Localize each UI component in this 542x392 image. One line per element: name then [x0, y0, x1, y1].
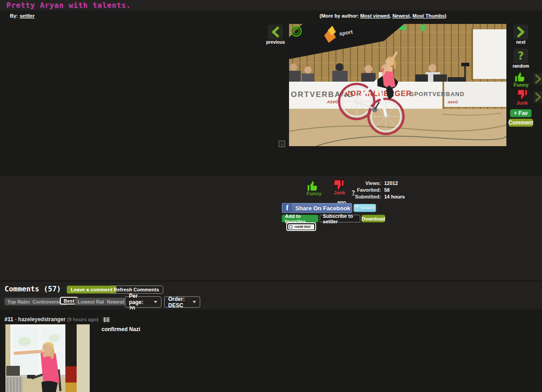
chevron-right-icon [534, 92, 542, 101]
comment-text: confirmed Nazi [101, 326, 140, 332]
twitter-button-label: SHARE [361, 206, 376, 210]
share-facebook-button[interactable]: f Share On Facebook [282, 203, 352, 213]
random-label: random [510, 64, 531, 69]
order-label: Order: DESC [168, 296, 189, 309]
views-row: Views:12012 [337, 180, 405, 187]
comment-meta: #11 - hazeleyedstranger (9 hours ago) [-… [5, 316, 110, 323]
more-by-most-thumbs[interactable]: Most Thumbs [413, 13, 445, 18]
random-button[interactable]: ? [514, 49, 528, 63]
order-dropdown[interactable]: Order: DESC [164, 296, 200, 308]
submitted-label: Submitted: [337, 194, 381, 199]
junk-vote-label[interactable]: Junk [516, 100, 528, 106]
funny-expand-chevron[interactable] [533, 73, 542, 85]
twitter-icon: t [355, 205, 358, 211]
comments-header-section: Comments (57) : Leave a comment Refresh … [0, 281, 542, 309]
reddit-icon [289, 225, 293, 229]
funny-vote-label[interactable]: Funny [514, 82, 528, 88]
views-label: Views: [337, 180, 381, 186]
watermark-logo [291, 26, 301, 36]
question-mark-icon: ? [518, 50, 524, 62]
reddit-share-button[interactable]: reddit this! [286, 222, 316, 231]
page-title: Pretty Aryan with talents. [6, 1, 131, 9]
comment-time: (9 hours ago) [67, 317, 99, 322]
previous-label: previous [265, 40, 286, 45]
per-page-label: Per page: 20 [129, 293, 151, 312]
comment-author[interactable]: hazeleyedstranger [18, 316, 65, 323]
subscribe-button[interactable]: Subscribe to settler [320, 215, 360, 222]
comment-list-section: #11 - hazeleyedstranger (9 hours ago) [-… [0, 309, 542, 392]
previous-button[interactable] [268, 25, 283, 39]
photo-banner-left: ORTVERBAND [291, 90, 354, 99]
comment-dash: - [15, 316, 17, 323]
thumbs-up-icon[interactable] [307, 180, 320, 192]
thumbs-down-icon[interactable] [514, 89, 528, 101]
photo-banner-center: VORARLBERGER [345, 90, 412, 97]
views-value: 12012 [384, 180, 398, 186]
main-media-image[interactable]: sport ORTVERBAND VORARLBERGER SPORTVERBA… [289, 24, 506, 146]
leave-comment-button[interactable]: Leave a comment [67, 286, 116, 294]
share-twitter-button[interactable]: t SHARE [354, 204, 376, 212]
favorited-label: Favorited: [337, 187, 381, 193]
next-button[interactable] [514, 25, 528, 39]
reddit-inner: reddit this! [288, 224, 314, 230]
chevron-left-icon [270, 27, 281, 37]
author-link[interactable]: settler [20, 13, 35, 18]
more-by-most-viewed[interactable]: Most viewed [360, 13, 390, 18]
per-page-dropdown[interactable]: Per page: 20 [125, 296, 161, 308]
funny-vote-label[interactable]: Funny [307, 191, 322, 196]
photo-banner-right: SPORTVERBAND [410, 91, 464, 97]
reddit-button-label: reddit this! [294, 225, 311, 228]
favorited-row: Favorited:58 [337, 187, 405, 194]
stats-section: +298 Funny Junk ? Views:12012 Favorited:… [0, 176, 542, 281]
more-by-author: (More by author: Most viewed, Newest, Mo… [320, 13, 446, 18]
favorited-value: 58 [384, 187, 390, 193]
download-button[interactable]: Download [362, 215, 385, 222]
more-by-newest[interactable]: Newest [392, 13, 410, 18]
filter-newest[interactable]: Newest [104, 298, 127, 305]
submitted-row: Submitted:14 hours ago [337, 194, 405, 201]
fav-button[interactable]: + Fav [510, 109, 532, 117]
comment-number: #11 [5, 316, 13, 323]
photo-logo-right: ASVÖ [447, 100, 458, 104]
more-by-suffix: ) [445, 13, 446, 18]
title-bar: Pretty Aryan with talents. [0, 0, 542, 10]
junk-expand-chevron[interactable] [533, 91, 542, 103]
expand-image-icon[interactable]: ↓ [279, 141, 285, 147]
comment-button[interactable]: Comment [509, 119, 533, 127]
caret-down-icon [154, 301, 157, 303]
down-arrow-glyph: ↓ [281, 142, 283, 146]
comments-heading: Comments (57) : [5, 285, 70, 293]
more-by-prefix: (More by author: [320, 13, 360, 18]
facebook-icon: f [283, 203, 292, 212]
comment-collapse-button[interactable]: [-] [103, 317, 110, 322]
byline: By:settler [10, 13, 35, 18]
byline-label: By: [10, 13, 18, 18]
next-label: next [510, 40, 531, 45]
chevron-right-icon [515, 27, 526, 37]
thumbs-up-icon[interactable] [514, 71, 528, 83]
comment-thumbnail-image[interactable] [5, 324, 90, 392]
add-to-favorites-button[interactable]: Add to favorites [282, 215, 318, 222]
photo-logo-left: ASVÖ [326, 100, 339, 104]
caret-down-icon [193, 301, 196, 303]
chevron-right-icon [534, 74, 542, 83]
facebook-button-label: Share On Facebook [295, 205, 350, 212]
